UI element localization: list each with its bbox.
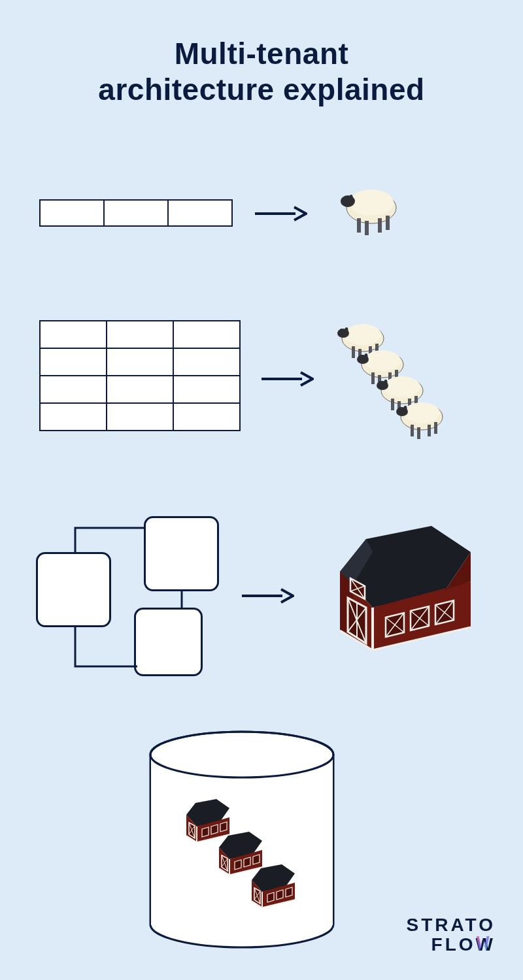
sheep-flock-icon [314, 314, 497, 464]
svg-rect-7 [365, 221, 369, 235]
stratoflow-logo: STRATO FLOW [406, 915, 496, 954]
table-icon [39, 320, 241, 431]
svg-rect-6 [357, 218, 361, 233]
title-line-2: architecture explained [98, 73, 424, 106]
logo-line-1: STRATO [406, 915, 496, 934]
schema-connectors-icon [33, 516, 229, 686]
svg-point-4 [344, 196, 348, 203]
sheep-icon [333, 176, 405, 242]
svg-point-2 [349, 189, 394, 216]
arrow-icon [255, 206, 307, 221]
svg-point-5 [349, 195, 353, 201]
title-line-1: Multi-tenant [175, 37, 349, 71]
logo-line-2: FLOW [406, 935, 496, 954]
page-title: Multi-tenant architecture explained [0, 0, 523, 108]
record-row-icon [39, 199, 233, 227]
svg-rect-9 [386, 216, 390, 230]
svg-rect-8 [378, 218, 382, 233]
barn-icon [301, 519, 497, 670]
database-cylinder-icon [147, 732, 337, 947]
arrow-icon [242, 588, 294, 604]
arrow-icon [262, 371, 314, 387]
